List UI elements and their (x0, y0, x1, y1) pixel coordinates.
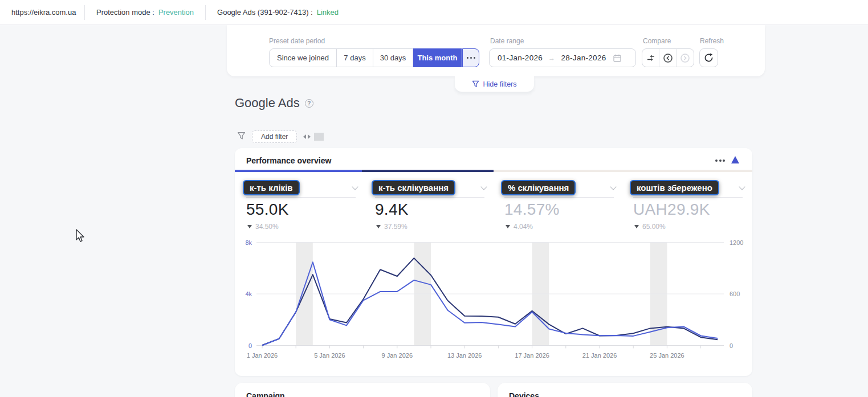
metric-delta: 65.00% (634, 223, 666, 231)
arrow-down-icon (247, 225, 252, 228)
date-range-label: Date range (490, 37, 524, 45)
delta-value: 65.00% (642, 223, 666, 231)
metric-invalid-cost: Invalid cost коштів збережено UAH29.9K 6… (633, 181, 750, 234)
date-range-picker[interactable]: 01-Jan-2026 → 28-Jan-2026 (489, 48, 636, 67)
axis-label: 4k (245, 290, 252, 297)
preset-since-we-joined[interactable]: Since we joined (270, 49, 337, 67)
series-invalid-clicks (262, 262, 718, 345)
divider (633, 197, 743, 198)
date-to-value[interactable]: 28-Jan-2026 (561, 54, 606, 62)
performance-overview-card: Performance overview Valid clicks к-ть к… (235, 148, 752, 376)
axis-label: 8k (245, 239, 252, 246)
protection-mode-value[interactable]: Prevention (158, 8, 194, 17)
scroll-right-icon[interactable] (308, 134, 311, 139)
refresh-button[interactable] (699, 48, 718, 67)
protection-mode-label: Protection mode : (96, 8, 154, 17)
divider (375, 197, 484, 198)
filter-panel: Preset date period Since we joined 7 day… (227, 25, 765, 76)
site-url[interactable]: https://eikra.com.ua (11, 8, 76, 17)
column-scroll-widget (303, 133, 324, 141)
axis-label: 1200 (730, 239, 743, 246)
metric-value: 9.4K (375, 200, 409, 219)
axis-label: 21 Jan 2026 (582, 352, 617, 359)
metric-delta: 4.04% (506, 223, 533, 231)
next-period-button[interactable] (677, 49, 694, 67)
chevron-down-icon[interactable] (739, 183, 745, 190)
preset-30-days[interactable]: 30 days (373, 49, 413, 67)
funnel-icon (237, 132, 246, 140)
metric-value: 55.0K (246, 200, 289, 219)
divider (246, 197, 356, 198)
previous-period-button[interactable] (659, 49, 677, 67)
metric-selection-segment (235, 170, 362, 172)
delta-value: 4.04% (514, 223, 533, 231)
metric-value: UAH29.9K (633, 200, 710, 219)
arrow-down-icon (376, 225, 381, 228)
axis-label: 600 (730, 290, 740, 297)
page-title-text: Google Ads (235, 96, 300, 110)
preset-this-month[interactable]: This month (413, 48, 462, 67)
devices-card-title: Devices (509, 391, 539, 397)
page-title: Google Ads ? (235, 96, 313, 110)
compare-group (642, 48, 694, 67)
translation-tooltip: коштів збережено (630, 180, 719, 195)
translation-tooltip: к-ть склікування (372, 180, 455, 195)
arrow-right-icon: → (548, 54, 555, 62)
refresh-icon (704, 53, 714, 63)
metric-value: 14.57% (504, 200, 560, 219)
metric-selection-bar (235, 170, 752, 172)
scroll-thumb[interactable] (314, 133, 324, 141)
axis-label: 5 Jan 2026 (314, 352, 345, 359)
campaign-card-title: Campaign (246, 391, 285, 397)
devices-card: Devices (498, 383, 752, 397)
axis-label: 25 Jan 2026 (650, 352, 684, 359)
delta-value: 34.50% (255, 223, 279, 231)
preset-7-days[interactable]: 7 days (337, 49, 373, 67)
axis-label: 17 Jan 2026 (515, 352, 549, 359)
chevron-down-icon[interactable] (610, 183, 616, 190)
divider (504, 197, 614, 198)
translation-tooltip: к-ть кліків (243, 180, 300, 195)
delta-value: 37.59% (384, 223, 407, 231)
axis-label: 13 Jan 2026 (447, 352, 482, 359)
add-filter-label: Add filter (261, 133, 288, 141)
arrow-down-icon (506, 225, 510, 228)
date-from-value[interactable]: 01-Jan-2026 (498, 54, 543, 62)
refresh-label: Refresh (700, 37, 724, 45)
compare-arrows-icon (646, 54, 655, 63)
preset-date-period-label: Preset date period (269, 37, 325, 45)
metric-selection-segment (494, 170, 752, 172)
metric-delta: 37.59% (376, 223, 407, 231)
hide-filters-label: Hide filters (483, 80, 516, 88)
arrow-down-icon (634, 225, 639, 228)
circle-chevron-left-icon (663, 53, 673, 63)
compare-toggle-button[interactable] (642, 49, 659, 67)
performance-chart: 04k8k060012001 Jan 20265 Jan 20269 Jan 2… (235, 236, 752, 363)
axis-label: 0 (248, 342, 252, 349)
metric-delta: 34.50% (247, 223, 279, 231)
chevron-down-icon[interactable] (480, 183, 487, 190)
ads-account-status[interactable]: Linked (317, 8, 339, 17)
add-filter-button[interactable]: Add filter (252, 130, 297, 143)
campaign-card: Campaign (235, 383, 490, 397)
metric-valid-clicks: Valid clicks к-ть кліків 55.0K 34.50% (246, 181, 363, 234)
chevron-down-icon[interactable] (352, 183, 358, 190)
axis-label: 9 Jan 2026 (382, 352, 413, 359)
axis-label: 1 Jan 2026 (247, 352, 278, 359)
metric-invalid-click-rate: Invalid click rate % склікування 14.57% … (504, 181, 621, 234)
help-icon[interactable]: ? (305, 99, 313, 108)
compare-label: Compare (643, 37, 671, 45)
mouse-cursor (73, 228, 85, 243)
funnel-icon (472, 80, 479, 88)
preset-date-group: Since we joined 7 days 30 days This mont… (269, 48, 479, 67)
metric-selection-segment (362, 170, 494, 172)
ellipsis-icon (467, 57, 475, 59)
performance-overview-title: Performance overview (246, 156, 331, 165)
scroll-left-icon[interactable] (303, 134, 306, 139)
top-bar: https://eikra.com.ua Protection mode : P… (0, 0, 868, 25)
more-presets-button[interactable] (462, 48, 479, 67)
card-menu-button[interactable] (715, 159, 725, 162)
axis-label: 0 (730, 342, 733, 349)
hide-filters-button[interactable]: Hide filters (455, 76, 534, 92)
collapse-card-icon[interactable] (731, 156, 739, 163)
